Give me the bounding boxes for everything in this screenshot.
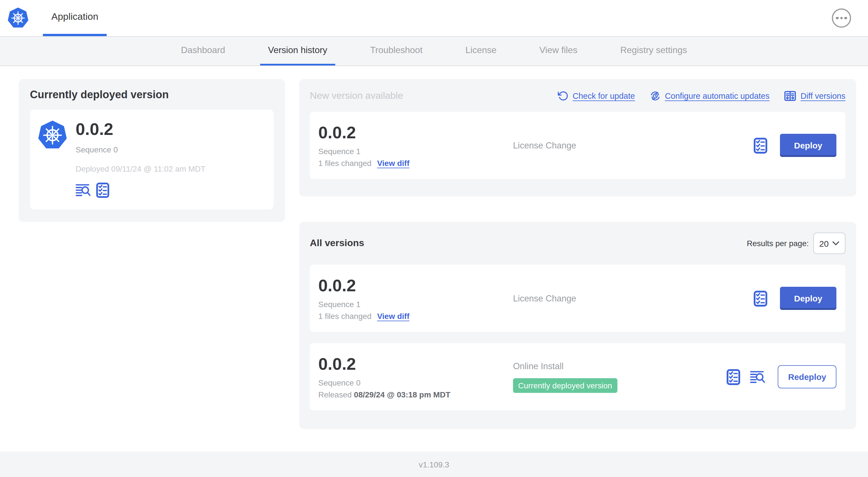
auto-update-clock-icon [650, 90, 661, 101]
all-versions-title: All versions [310, 238, 364, 249]
new-version-actions: Check for update Configure automatic upd… [557, 90, 845, 102]
version-row: 0.0.2 Sequence 1 1 files changed View di… [310, 265, 845, 332]
deploy-button[interactable]: Deploy [780, 134, 836, 157]
currently-deployed-panel: Currently deployed version 0.0.2 Sequenc… [19, 79, 285, 221]
new-version-panel: New version available Check for update C… [299, 79, 856, 197]
deployed-sequence: Sequence 0 [75, 145, 206, 154]
right-column: New version available Check for update C… [299, 79, 856, 429]
app-tab-application[interactable]: Application [43, 0, 107, 36]
chevron-down-icon [833, 241, 839, 245]
currently-deployed-title: Currently deployed version [30, 89, 274, 101]
version-number: 0.0.2 [318, 355, 513, 373]
version-number: 0.0.2 [318, 123, 513, 142]
new-version-title: New version available [310, 90, 403, 101]
app-logo-icon [8, 0, 28, 36]
footer: v1.109.3 [0, 452, 868, 477]
version-source: Online Install [513, 361, 726, 371]
version-sequence: Sequence 1 [318, 147, 513, 156]
redeploy-button[interactable]: Redeploy [778, 365, 836, 388]
version-number: 0.0.2 [318, 276, 513, 295]
deployed-version-number: 0.0.2 [75, 120, 206, 139]
view-diff-link[interactable]: View diff [377, 159, 409, 168]
preflight-checks-icon[interactable] [96, 182, 110, 198]
preflight-checks-icon[interactable] [726, 368, 741, 385]
section-nav: Dashboard Version history Troubleshoot L… [0, 37, 868, 66]
more-options-button[interactable] [832, 8, 851, 28]
files-changed: 1 files changed [318, 311, 371, 321]
version-source: License Change [513, 140, 753, 150]
kubernetes-icon [38, 120, 67, 198]
main-content: Currently deployed version 0.0.2 Sequenc… [0, 66, 868, 452]
preflight-checks-icon[interactable] [753, 137, 768, 154]
results-per-page-label: Results per page: [747, 239, 809, 248]
tab-view-files[interactable]: View files [532, 37, 586, 65]
currently-deployed-card: 0.0.2 Sequence 0 Deployed 09/11/24 @ 11:… [30, 110, 274, 209]
header-spacer [107, 0, 832, 36]
tab-dashboard[interactable]: Dashboard [173, 37, 233, 65]
rotate-ccw-icon [557, 90, 568, 101]
new-version-card: 0.0.2 Sequence 1 1 files changed View di… [310, 112, 845, 179]
deploy-logs-icon[interactable] [75, 183, 91, 197]
tab-version-history[interactable]: Version history [260, 37, 335, 65]
app-tab-label: Application [51, 11, 98, 23]
version-sequence: Sequence 0 [318, 378, 513, 387]
console-version: v1.109.3 [419, 460, 449, 469]
tab-registry-settings[interactable]: Registry settings [612, 37, 695, 65]
deployed-timestamp: Deployed 09/11/24 @ 11:02 am MDT [75, 164, 206, 173]
check-for-update-link[interactable]: Check for update [557, 90, 635, 101]
preflight-checks-icon[interactable] [753, 290, 768, 307]
all-versions-panel: All versions Results per page: 20 [299, 222, 856, 429]
version-source: License Change [513, 293, 753, 303]
deploy-button[interactable]: Deploy [780, 287, 836, 310]
currently-deployed-badge: Currently deployed version [513, 378, 617, 393]
results-per-page-select[interactable]: 20 [813, 233, 845, 254]
version-row: 0.0.2 Sequence 0 Released08/29/24 @ 03:1… [310, 343, 845, 410]
top-header: Application [0, 0, 868, 37]
tab-license[interactable]: License [458, 37, 504, 65]
files-changed: 1 files changed [318, 159, 371, 168]
diff-icon [784, 90, 797, 102]
ellipsis-icon [836, 17, 839, 20]
tab-troubleshoot[interactable]: Troubleshoot [362, 37, 431, 65]
app-window: Application Dashboard Version history Tr… [0, 0, 868, 477]
deploy-logs-icon[interactable] [750, 370, 766, 384]
view-diff-link[interactable]: View diff [377, 311, 409, 321]
configure-automatic-updates-link[interactable]: Configure automatic updates [650, 90, 770, 101]
diff-versions-link[interactable]: Diff versions [784, 90, 845, 102]
version-sequence: Sequence 1 [318, 300, 513, 309]
released-date: 08/29/24 @ 03:18 pm MDT [354, 390, 451, 399]
released-label: Released [318, 390, 351, 399]
